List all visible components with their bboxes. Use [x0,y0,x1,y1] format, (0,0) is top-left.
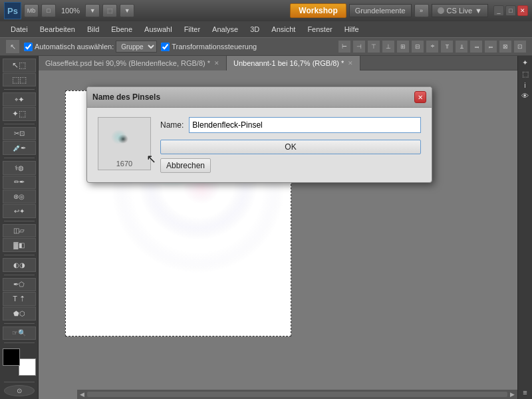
dialog-titlebar: Name des Pinsels ✕ [87,87,432,108]
brush-number: 1670 [116,160,132,168]
svg-point-8 [111,130,127,144]
name-label: Name: [160,120,184,130]
dialog-title: Name des Pinsels [92,92,160,102]
dialog-overlay: Name des Pinsels ✕ [0,0,532,399]
dialog-close-button[interactable]: ✕ [414,91,426,103]
name-row: Name: [160,117,421,133]
cancel-button[interactable]: Abbrechen [160,158,211,173]
name-dialog: Name des Pinsels ✕ [86,86,432,183]
dialog-buttons: OK Abbrechen [160,140,421,173]
brush-preview-area: 1670 [98,117,151,173]
brush-name-input[interactable] [189,117,421,133]
dialog-right: Name: OK Abbrechen [160,117,421,173]
ok-button[interactable]: OK [160,140,421,154]
brush-preview-svg [104,120,144,157]
brush-thumbnail: 1670 [98,117,151,170]
dialog-body: 1670 Name: OK Abbrechen [87,108,432,182]
